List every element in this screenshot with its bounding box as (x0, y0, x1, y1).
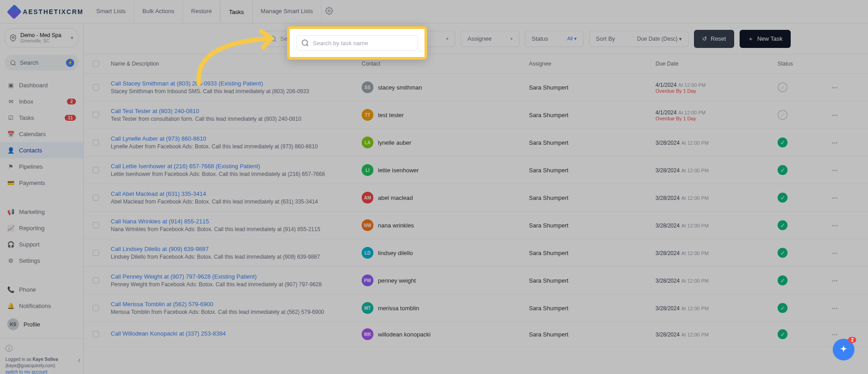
contact-name[interactable]: abel maclead (378, 194, 413, 201)
nav-phone[interactable]: 📞Phone (0, 281, 83, 298)
chat-fab[interactable]: 2 (833, 339, 854, 360)
task-title[interactable]: Call Merissa Tomblin at (562) 579-6900 (111, 301, 362, 308)
reset-button[interactable]: ↺ Reset (694, 30, 734, 48)
select-all-checkbox[interactable] (93, 61, 99, 67)
nav-pipelines[interactable]: ⚑Pipelines (0, 158, 83, 175)
task-title[interactable]: Call Test Tester at (803) 240-0810 (111, 108, 362, 114)
status-done-icon[interactable]: ✓ (778, 137, 788, 147)
contact-name[interactable]: nana wrinkles (378, 222, 414, 229)
row-checkbox[interactable] (93, 139, 99, 146)
contact-name[interactable]: lettie isenhower (378, 167, 419, 174)
chevron-down-icon: ▾ (71, 34, 74, 41)
row-menu-icon[interactable]: ⋯ (832, 84, 838, 91)
contact-name[interactable]: penney weight (378, 277, 416, 284)
task-row[interactable]: Call Lettie Isenhower at (216) 657-7668 … (84, 156, 868, 184)
task-row[interactable]: Call Abel Maclead at (631) 335-3414 Abel… (84, 184, 868, 212)
gear-icon[interactable] (325, 7, 333, 16)
nav-label: Phone (19, 286, 36, 293)
task-row[interactable]: Call Penney Weight at (907) 797-9628 (Ex… (84, 267, 868, 294)
status-done-icon[interactable]: ✓ (778, 329, 788, 339)
row-menu-icon[interactable]: ⋯ (832, 277, 838, 284)
nav-profile[interactable]: KSProfile (0, 314, 83, 335)
row-menu-icon[interactable]: ⋯ (832, 194, 838, 201)
nav-support[interactable]: 🎧Support (0, 236, 83, 252)
task-row[interactable]: Call Nana Wrinkles at (914) 855-2115 Nan… (84, 212, 868, 239)
task-desc: Lindsey Dilello from Facebook Ads: Botox… (111, 254, 362, 260)
row-checkbox[interactable] (93, 277, 99, 284)
top-tab-restore[interactable]: Restore (183, 0, 221, 23)
nav-dashboard[interactable]: ▣Dashboard (0, 77, 83, 93)
row-checkbox[interactable] (93, 250, 99, 256)
contact-name[interactable]: lynelle auber (378, 139, 411, 146)
svg-point-0 (328, 10, 330, 12)
location-switcher[interactable]: Demo - Med Spa Greenville, SC ▾ (5, 28, 79, 47)
nav-reporting[interactable]: 📈Reporting (0, 220, 83, 236)
row-menu-icon[interactable]: ⋯ (832, 305, 838, 312)
task-row[interactable]: Call Lindsey Dilello at (909) 639-9887 L… (84, 239, 868, 267)
nav-notifications[interactable]: 🔔Notifications (0, 298, 83, 314)
new-task-button[interactable]: ＋ New Task (740, 30, 791, 48)
task-row[interactable]: Call Merissa Tomblin at (562) 579-6900 M… (84, 294, 868, 322)
status-done-icon[interactable]: ✓ (778, 220, 788, 230)
row-menu-icon[interactable]: ⋯ (832, 222, 838, 229)
contact-name[interactable]: willodean konopacki (378, 331, 430, 338)
row-checkbox[interactable] (93, 222, 99, 228)
status-pending-icon[interactable]: ✓ (778, 82, 788, 92)
row-checkbox[interactable] (93, 112, 99, 118)
contact-name[interactable]: merissa tomblin (378, 305, 419, 312)
task-title[interactable]: Call Lettie Isenhower at (216) 657-7668 … (111, 163, 362, 170)
help-icon[interactable]: ⓘ (5, 344, 78, 354)
status-done-icon[interactable]: ✓ (778, 303, 788, 313)
col-contact: Contact (362, 61, 529, 67)
nav-payments[interactable]: 💳Payments (0, 175, 83, 191)
sidebar-search[interactable]: Search ⚡ (5, 55, 79, 71)
task-title[interactable]: Call Penney Weight at (907) 797-9628 (Ex… (111, 273, 362, 280)
row-menu-icon[interactable]: ⋯ (832, 331, 838, 338)
task-title[interactable]: Call Lindsey Dilello at (909) 639-9887 (111, 246, 362, 252)
contact-name[interactable]: test tester (378, 112, 404, 118)
status-filter[interactable]: Status All ▾ (525, 31, 584, 47)
due-date: 3/28/2024 (656, 278, 679, 284)
contact-name[interactable]: stacey smithman (378, 84, 422, 91)
top-tab-bulk-actions[interactable]: Bulk Actions (134, 0, 183, 23)
status-pending-icon[interactable]: ✓ (778, 110, 788, 120)
nav-contacts[interactable]: 👤Contacts (0, 142, 83, 158)
task-title[interactable]: Call Willodean Konopacki at (337) 253-83… (111, 330, 362, 337)
nav-marketing[interactable]: 📢Marketing (0, 204, 83, 220)
contact-name[interactable]: lindsey dilello (378, 250, 413, 256)
task-row[interactable]: Call Lynelle Auber at (973) 860-8610 Lyn… (84, 129, 868, 156)
nav-tasks[interactable]: ☑Tasks11 (0, 109, 83, 126)
task-row[interactable]: Call Willodean Konopacki at (337) 253-83… (84, 322, 868, 347)
switch-account-link[interactable]: switch to my account (5, 369, 47, 374)
assignee-filter[interactable]: Assignee ▾ (461, 31, 519, 47)
sort-filter[interactable]: Sort By Due Date (Desc) ▾ (589, 31, 689, 47)
row-menu-icon[interactable]: ⋯ (832, 139, 838, 146)
nav-calendars[interactable]: 📅Calendars (0, 126, 83, 142)
top-tab-manage-smart-lists[interactable]: Manage Smart Lists (253, 0, 322, 23)
row-checkbox[interactable] (93, 84, 99, 90)
status-done-icon[interactable]: ✓ (778, 165, 788, 175)
row-checkbox[interactable] (93, 305, 99, 311)
row-menu-icon[interactable]: ⋯ (832, 112, 838, 118)
task-title[interactable]: Call Abel Maclead at (631) 335-3414 (111, 190, 362, 197)
row-checkbox[interactable] (93, 194, 99, 201)
row-menu-icon[interactable]: ⋯ (832, 167, 838, 174)
status-done-icon[interactable]: ✓ (778, 248, 788, 258)
top-tab-tasks[interactable]: Tasks (220, 0, 252, 23)
status-done-icon[interactable]: ✓ (778, 193, 788, 203)
highlight-search[interactable]: Search by task name (296, 35, 418, 51)
task-row[interactable]: Call Test Tester at (803) 240-0810 Test … (84, 101, 868, 129)
col-assignee: Assignee (529, 61, 656, 67)
nav-inbox[interactable]: ✉Inbox2 (0, 93, 83, 109)
row-checkbox[interactable] (93, 331, 99, 337)
due-time: At 12:00 PM (678, 110, 706, 115)
nav-settings[interactable]: ⚙Settings (0, 252, 83, 269)
task-title[interactable]: Call Nana Wrinkles at (914) 855-2115 (111, 218, 362, 225)
status-done-icon[interactable]: ✓ (778, 275, 788, 285)
collapse-icon[interactable]: ‹ (78, 355, 80, 365)
bolt-icon: ⚡ (66, 59, 74, 67)
task-title[interactable]: Call Lynelle Auber at (973) 860-8610 (111, 135, 362, 142)
row-checkbox[interactable] (93, 167, 99, 173)
row-menu-icon[interactable]: ⋯ (832, 250, 838, 256)
top-tab-smart-lists[interactable]: Smart Lists (88, 0, 134, 23)
